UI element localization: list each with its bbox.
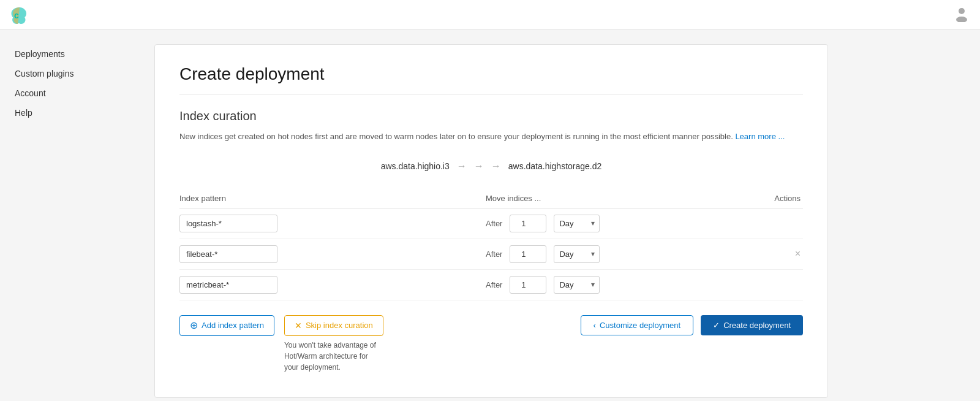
actions-cell [682,208,803,239]
left-buttons: ⊕ Add index pattern ✕ Skip index curatio… [179,315,383,373]
unit-select[interactable]: HourDayWeekMonth [554,276,600,294]
arrow-1-icon: → [457,161,467,172]
sidebar-item-deployments[interactable]: Deployments [0,44,135,64]
skip-curation-wrapper: ✕ Skip index curation You won't take adv… [284,315,383,373]
unit-select[interactable]: HourDayWeekMonth [554,215,600,232]
warm-node-label: aws.data.highstorage.d2 [508,161,602,171]
svg-point-2 [956,17,967,22]
index-pattern-input[interactable] [179,245,277,263]
skip-warning-text: You won't take advantage of Hot/Warm arc… [284,340,382,373]
index-pattern-cell [179,208,302,239]
actions-cell [682,269,803,300]
skip-icon: ✕ [295,321,302,330]
sidebar-item-account[interactable]: Account [0,83,135,103]
svg-text:c: c [14,10,19,20]
page-title: Create deployment [179,64,803,84]
index-table: Index pattern Move indices ... Actions A… [179,189,803,300]
right-buttons: ‹ Customize deployment ✓ Create deployme… [581,315,803,335]
svg-point-1 [959,8,965,14]
section-title: Index curation [179,109,803,123]
table-row: AfterHourDayWeekMonth [179,208,803,239]
create-deployment-button[interactable]: ✓ Create deployment [701,315,803,335]
user-icon[interactable] [953,5,970,24]
delete-row-button[interactable]: × [793,246,803,262]
move-indices-cell: AfterHourDayWeekMonth [486,239,682,269]
elastic-logo-icon: c [10,5,29,25]
unit-select[interactable]: HourDayWeekMonth [554,245,600,263]
sidebar-item-help[interactable]: Help [0,103,135,123]
section-description: New indices get created on hot nodes fir… [179,131,803,143]
customize-deployment-button[interactable]: ‹ Customize deployment [581,315,694,335]
node-flow: aws.data.highio.i3 → → → aws.data.highst… [179,161,803,172]
logo[interactable]: c [10,5,29,25]
hot-node-label: aws.data.highio.i3 [381,161,450,171]
col-header-pattern: Index pattern [179,189,302,208]
content-card: Create deployment Index curation New ind… [154,44,828,398]
col-header-move: Move indices ... [486,189,682,208]
back-icon: ‹ [594,321,596,330]
check-icon: ✓ [713,321,720,330]
index-pattern-cell [179,239,302,269]
index-pattern-input[interactable] [179,276,277,294]
actions-cell: × [682,239,803,269]
main-content: Create deployment Index curation New ind… [135,29,980,401]
duration-input[interactable] [510,245,546,263]
plus-icon: ⊕ [190,321,198,330]
move-indices-cell: AfterHourDayWeekMonth [486,208,682,239]
buttons-row: ⊕ Add index pattern ✕ Skip index curatio… [179,315,803,373]
arrow-2-icon: → [474,161,484,172]
after-label: After [486,219,502,228]
sidebar-item-custom-plugins[interactable]: Custom plugins [0,64,135,83]
duration-input[interactable] [510,276,546,294]
move-indices-cell: AfterHourDayWeekMonth [486,269,682,300]
after-label: After [486,280,502,289]
table-row: AfterHourDayWeekMonth× [179,239,803,269]
table-row: AfterHourDayWeekMonth [179,269,803,300]
learn-more-link[interactable]: Learn more ... [735,132,785,141]
index-pattern-cell [179,269,302,300]
col-header-spacer [302,189,486,208]
duration-input[interactable] [510,215,546,232]
sidebar: Deployments Custom plugins Account Help [0,29,135,401]
after-label: After [486,250,502,259]
skip-index-curation-button[interactable]: ✕ Skip index curation [284,315,383,336]
col-header-actions: Actions [682,189,803,208]
add-pattern-wrapper: ⊕ Add index pattern [179,315,274,336]
add-index-pattern-button[interactable]: ⊕ Add index pattern [179,315,274,336]
arrow-3-icon: → [491,161,501,172]
title-divider [179,94,803,94]
topbar: c [0,0,980,29]
index-pattern-input[interactable] [179,215,277,232]
